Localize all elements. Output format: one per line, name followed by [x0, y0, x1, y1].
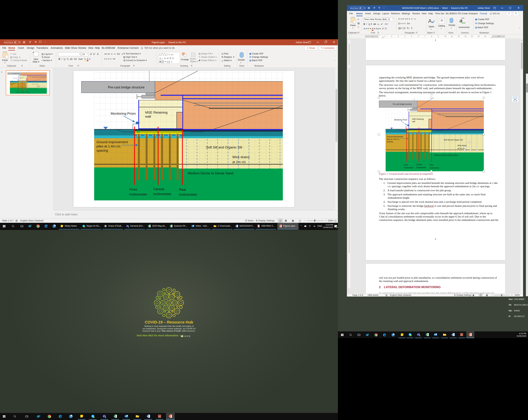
svg-text:HIVE: HIVE — [184, 335, 190, 337]
